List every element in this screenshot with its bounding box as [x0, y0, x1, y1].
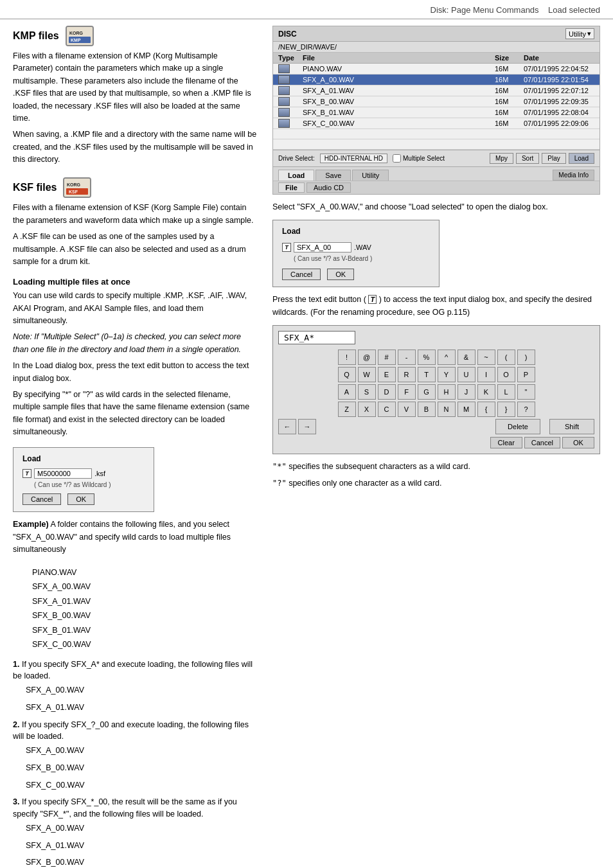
- kb-key-rparen[interactable]: ): [517, 350, 535, 365]
- kb-key-exclaim[interactable]: !: [338, 350, 356, 365]
- tab-load[interactable]: Load: [278, 170, 314, 181]
- kb-key-tilde[interactable]: ~: [477, 350, 495, 365]
- kb-key-t[interactable]: T: [418, 367, 436, 382]
- table-row[interactable]: SFX_A_00.WAV 16M 07/01/1995 22:01:54: [273, 75, 600, 85]
- kb-key-x[interactable]: X: [358, 402, 376, 417]
- table-row[interactable]: SFX_B_01.WAV 16M 07/01/1995 22:08:04: [273, 107, 600, 118]
- tab-save[interactable]: Save: [315, 170, 351, 181]
- keyboard-input[interactable]: SFX_A*: [278, 331, 355, 344]
- disk-panel: DISC Utility ▾ /NEW_DIR/WAVE/ Type File …: [272, 26, 600, 195]
- utility-select[interactable]: Utility ▾: [565, 28, 594, 39]
- media-info-tab[interactable]: Media Info: [553, 170, 594, 181]
- kb-key-g[interactable]: G: [418, 384, 436, 400]
- play-button[interactable]: Play: [542, 153, 565, 164]
- drive-select-button[interactable]: HDD-INTERNAL HD: [320, 154, 387, 163]
- file-type-icon: [278, 119, 303, 128]
- numbered-subfiles-1: SFX_A_00.WAV SFX_B_00.WAV SFX_C_00.WAV: [26, 745, 257, 791]
- kb-key-i[interactable]: I: [477, 367, 495, 382]
- load-filename-small[interactable]: M5000000: [34, 468, 92, 479]
- ksf-title: KSF files: [13, 182, 57, 193]
- table-row[interactable]: SFX_B_00.WAV 16M 07/01/1995 22:09:35: [273, 96, 600, 107]
- file-tab-audio-cd[interactable]: Audio CD: [306, 182, 351, 193]
- keyboard-row-al: A S D F G H J K L ": [278, 384, 594, 400]
- list-item: PIANO.WAV: [32, 565, 257, 580]
- kb-key-b[interactable]: B: [418, 402, 436, 417]
- page-header: Disk: Page Menu Commands Load selected: [0, 0, 613, 19]
- kb-key-lparen[interactable]: (: [497, 350, 515, 365]
- loading-multiple-body: You can use wild cards to specify multip…: [13, 290, 257, 438]
- kb-key-m[interactable]: M: [458, 402, 475, 417]
- wildcard-section: "*" specifies the subsequent characters …: [272, 461, 600, 490]
- table-row[interactable]: SFX_C_00.WAV 16M 07/01/1995 22:09:06: [273, 118, 600, 129]
- kb-key-u[interactable]: U: [458, 367, 475, 382]
- load-cancel-small[interactable]: Cancel: [22, 493, 61, 505]
- kb-key-rbrace[interactable]: }: [497, 402, 515, 417]
- col-header-type: Type: [278, 54, 303, 62]
- load-filename-med[interactable]: SFX_A_00: [294, 242, 351, 252]
- tab-utility[interactable]: Utility: [352, 170, 389, 181]
- kb-key-j[interactable]: J: [458, 384, 475, 400]
- load-dialog-med: Load T SFX_A_00 .WAV ( Can use */? as V-…: [272, 220, 440, 287]
- kb-key-question[interactable]: ?: [517, 402, 535, 417]
- kb-key-percent[interactable]: %: [418, 350, 436, 365]
- kb-key-n[interactable]: N: [438, 402, 456, 417]
- load-cancel-med[interactable]: Cancel: [282, 269, 321, 280]
- sort-button[interactable]: Sort: [516, 153, 539, 164]
- kb-key-right-arrow[interactable]: →: [298, 419, 316, 434]
- kb-cancel-key[interactable]: Cancel: [524, 437, 560, 448]
- kb-ok-key[interactable]: OK: [562, 437, 594, 448]
- table-row[interactable]: SFX_A_01.WAV 16M 07/01/1995 22:07:12: [273, 85, 600, 96]
- kb-key-y[interactable]: Y: [438, 367, 456, 382]
- kb-delete-key[interactable]: Delete: [495, 419, 540, 434]
- kb-key-c[interactable]: C: [378, 402, 396, 417]
- multiple-select-check[interactable]: Multiple Select: [393, 154, 445, 163]
- mpy-button[interactable]: Mpy: [490, 153, 513, 164]
- kb-key-at[interactable]: @: [358, 350, 376, 365]
- load-ok-small[interactable]: OK: [67, 493, 94, 505]
- kb-key-p[interactable]: P: [517, 367, 535, 382]
- load-ok-med[interactable]: OK: [327, 269, 354, 280]
- kb-key-w[interactable]: W: [358, 367, 376, 382]
- list-item: SFX_A_00.WAV: [26, 745, 257, 757]
- svg-text:KORG: KORG: [67, 182, 81, 187]
- keyboard-bottom-row: Clear Cancel OK: [278, 437, 594, 448]
- svg-text:KMP: KMP: [71, 38, 81, 42]
- kb-key-minus[interactable]: -: [398, 350, 416, 365]
- load-button[interactable]: Load: [569, 153, 594, 164]
- table-row[interactable]: PIANO.WAV 16M 07/01/1995 22:04:52: [273, 64, 600, 75]
- kb-shift-key[interactable]: Shift: [549, 419, 594, 434]
- kb-key-e[interactable]: E: [378, 367, 396, 382]
- kb-key-r[interactable]: R: [398, 367, 416, 382]
- kb-key-z[interactable]: Z: [338, 402, 356, 417]
- keyboard-row-zm: Z X C V B N M { } ?: [278, 402, 594, 417]
- kb-key-k[interactable]: K: [477, 384, 495, 400]
- list-item: SFX_A_00.WAV: [32, 580, 257, 594]
- file-type-icon: [278, 86, 303, 95]
- kb-key-lbrace[interactable]: {: [477, 402, 495, 417]
- kb-key-d[interactable]: D: [378, 384, 396, 400]
- kb-clear-key[interactable]: Clear: [490, 437, 522, 448]
- kb-key-o[interactable]: O: [497, 367, 515, 382]
- kb-key-v[interactable]: V: [398, 402, 416, 417]
- kb-key-f[interactable]: F: [398, 384, 416, 400]
- kb-key-h[interactable]: H: [438, 384, 456, 400]
- kb-key-s[interactable]: S: [358, 384, 376, 400]
- file-size: 16M: [495, 98, 524, 105]
- kb-key-hash[interactable]: #: [378, 350, 396, 365]
- text-edit-icon-small[interactable]: T: [22, 469, 31, 478]
- file-date: 07/01/1995 22:08:04: [524, 109, 594, 116]
- multiple-select-checkbox[interactable]: [393, 154, 401, 163]
- kb-key-quote[interactable]: ": [517, 384, 535, 400]
- load-ext-small: .ksf: [94, 470, 105, 477]
- kb-key-caret[interactable]: ^: [438, 350, 456, 365]
- kb-key-q[interactable]: Q: [338, 367, 356, 382]
- kb-key-left-arrow[interactable]: ←: [278, 419, 296, 434]
- file-size: 16M: [495, 76, 524, 84]
- text-edit-icon-med[interactable]: T: [282, 243, 291, 252]
- list-item: SFX_A_01.WAV: [26, 702, 257, 714]
- kb-key-amp[interactable]: &: [458, 350, 475, 365]
- file-tab-file[interactable]: File: [278, 182, 305, 193]
- kb-key-a[interactable]: A: [338, 384, 356, 400]
- ksf-body: Files with a filename extension of KSF (…: [13, 202, 257, 268]
- kb-key-l[interactable]: L: [497, 384, 515, 400]
